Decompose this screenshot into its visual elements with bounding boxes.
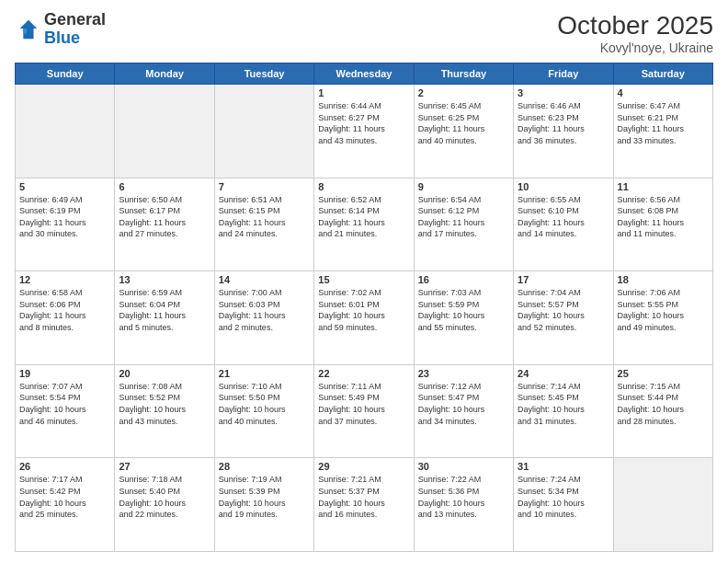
day-cell-20: 20Sunrise: 7:08 AM Sunset: 5:52 PM Dayli…	[115, 364, 214, 458]
day-number: 19	[19, 368, 110, 379]
week-row-0: 1Sunrise: 6:44 AM Sunset: 6:27 PM Daylig…	[16, 85, 713, 178]
empty-cell	[214, 85, 313, 178]
day-info: Sunrise: 6:58 AM Sunset: 6:06 PM Dayligh…	[19, 287, 110, 333]
day-cell-22: 22Sunrise: 7:11 AM Sunset: 5:49 PM Dayli…	[314, 364, 414, 458]
day-number: 30	[418, 461, 509, 472]
day-number: 17	[518, 274, 609, 285]
day-info: Sunrise: 7:07 AM Sunset: 5:54 PM Dayligh…	[19, 381, 110, 427]
week-row-2: 12Sunrise: 6:58 AM Sunset: 6:06 PM Dayli…	[16, 271, 713, 365]
day-cell-9: 9Sunrise: 6:54 AM Sunset: 6:12 PM Daylig…	[414, 178, 513, 271]
day-cell-8: 8Sunrise: 6:52 AM Sunset: 6:14 PM Daylig…	[314, 178, 414, 271]
day-header-monday: Monday	[115, 63, 214, 85]
day-cell-6: 6Sunrise: 6:50 AM Sunset: 6:17 PM Daylig…	[115, 178, 214, 271]
logo-general-text: General	[44, 10, 106, 29]
day-number: 7	[219, 181, 310, 192]
day-info: Sunrise: 6:49 AM Sunset: 6:19 PM Dayligh…	[19, 194, 110, 240]
day-info: Sunrise: 6:55 AM Sunset: 6:10 PM Dayligh…	[518, 194, 609, 240]
day-info: Sunrise: 6:45 AM Sunset: 6:25 PM Dayligh…	[418, 100, 509, 146]
day-number: 26	[19, 461, 110, 472]
day-info: Sunrise: 6:54 AM Sunset: 6:12 PM Dayligh…	[418, 194, 509, 240]
day-info: Sunrise: 7:02 AM Sunset: 6:01 PM Dayligh…	[318, 287, 409, 333]
day-number: 18	[618, 274, 709, 285]
day-number: 25	[618, 368, 709, 379]
day-header-tuesday: Tuesday	[214, 63, 313, 85]
page: General Blue October 2025 Kovyl'noye, Uk…	[0, 0, 728, 563]
header: General Blue October 2025 Kovyl'noye, Uk…	[15, 11, 713, 55]
day-info: Sunrise: 7:18 AM Sunset: 5:40 PM Dayligh…	[119, 474, 210, 520]
day-cell-21: 21Sunrise: 7:10 AM Sunset: 5:50 PM Dayli…	[214, 364, 313, 458]
location: Kovyl'noye, Ukraine	[557, 40, 713, 55]
day-cell-16: 16Sunrise: 7:03 AM Sunset: 5:59 PM Dayli…	[414, 271, 513, 365]
day-number: 31	[518, 461, 609, 472]
day-number: 24	[518, 368, 609, 379]
day-number: 1	[318, 87, 409, 98]
day-number: 4	[618, 87, 709, 98]
day-number: 5	[19, 181, 110, 192]
logo-text: General Blue	[44, 11, 106, 48]
week-row-4: 26Sunrise: 7:17 AM Sunset: 5:42 PM Dayli…	[16, 458, 713, 552]
svg-rect-1	[23, 29, 27, 34]
day-number: 12	[19, 274, 110, 285]
day-info: Sunrise: 6:51 AM Sunset: 6:15 PM Dayligh…	[219, 194, 310, 240]
day-info: Sunrise: 6:44 AM Sunset: 6:27 PM Dayligh…	[318, 100, 409, 146]
day-info: Sunrise: 7:22 AM Sunset: 5:36 PM Dayligh…	[418, 474, 509, 520]
day-cell-1: 1Sunrise: 6:44 AM Sunset: 6:27 PM Daylig…	[314, 85, 414, 178]
day-cell-11: 11Sunrise: 6:56 AM Sunset: 6:08 PM Dayli…	[613, 178, 712, 271]
day-header-saturday: Saturday	[613, 63, 712, 85]
day-cell-14: 14Sunrise: 7:00 AM Sunset: 6:03 PM Dayli…	[214, 271, 313, 365]
day-number: 13	[119, 274, 210, 285]
logo-icon	[15, 17, 40, 42]
day-info: Sunrise: 6:50 AM Sunset: 6:17 PM Dayligh…	[119, 194, 210, 240]
day-info: Sunrise: 7:19 AM Sunset: 5:39 PM Dayligh…	[219, 474, 310, 520]
day-header-row: SundayMondayTuesdayWednesdayThursdayFrid…	[16, 63, 713, 85]
empty-cell	[16, 85, 115, 178]
day-header-wednesday: Wednesday	[314, 63, 414, 85]
day-cell-26: 26Sunrise: 7:17 AM Sunset: 5:42 PM Dayli…	[16, 458, 115, 552]
day-cell-15: 15Sunrise: 7:02 AM Sunset: 6:01 PM Dayli…	[314, 271, 414, 365]
day-header-friday: Friday	[514, 63, 613, 85]
day-info: Sunrise: 7:04 AM Sunset: 5:57 PM Dayligh…	[518, 287, 609, 333]
day-info: Sunrise: 7:10 AM Sunset: 5:50 PM Dayligh…	[219, 381, 310, 427]
day-number: 8	[318, 181, 409, 192]
logo: General Blue	[15, 11, 106, 48]
day-cell-13: 13Sunrise: 6:59 AM Sunset: 6:04 PM Dayli…	[115, 271, 214, 365]
empty-cell	[115, 85, 214, 178]
day-header-sunday: Sunday	[16, 63, 115, 85]
day-cell-30: 30Sunrise: 7:22 AM Sunset: 5:36 PM Dayli…	[414, 458, 513, 552]
day-info: Sunrise: 6:47 AM Sunset: 6:21 PM Dayligh…	[618, 100, 709, 146]
day-cell-31: 31Sunrise: 7:24 AM Sunset: 5:34 PM Dayli…	[514, 458, 613, 552]
day-number: 21	[219, 368, 310, 379]
day-info: Sunrise: 7:06 AM Sunset: 5:55 PM Dayligh…	[618, 287, 709, 333]
day-number: 16	[418, 274, 509, 285]
day-cell-12: 12Sunrise: 6:58 AM Sunset: 6:06 PM Dayli…	[16, 271, 115, 365]
day-info: Sunrise: 7:03 AM Sunset: 5:59 PM Dayligh…	[418, 287, 509, 333]
day-cell-25: 25Sunrise: 7:15 AM Sunset: 5:44 PM Dayli…	[613, 364, 712, 458]
day-cell-18: 18Sunrise: 7:06 AM Sunset: 5:55 PM Dayli…	[613, 271, 712, 365]
day-cell-19: 19Sunrise: 7:07 AM Sunset: 5:54 PM Dayli…	[16, 364, 115, 458]
week-row-3: 19Sunrise: 7:07 AM Sunset: 5:54 PM Dayli…	[16, 364, 713, 458]
day-info: Sunrise: 6:46 AM Sunset: 6:23 PM Dayligh…	[518, 100, 609, 146]
day-number: 27	[119, 461, 210, 472]
day-cell-3: 3Sunrise: 6:46 AM Sunset: 6:23 PM Daylig…	[514, 85, 613, 178]
calendar-table: SundayMondayTuesdayWednesdayThursdayFrid…	[15, 63, 713, 552]
day-number: 29	[318, 461, 409, 472]
day-info: Sunrise: 7:21 AM Sunset: 5:37 PM Dayligh…	[318, 474, 409, 520]
day-info: Sunrise: 6:52 AM Sunset: 6:14 PM Dayligh…	[318, 194, 409, 240]
day-info: Sunrise: 7:08 AM Sunset: 5:52 PM Dayligh…	[119, 381, 210, 427]
day-info: Sunrise: 7:15 AM Sunset: 5:44 PM Dayligh…	[618, 381, 709, 427]
day-info: Sunrise: 7:11 AM Sunset: 5:49 PM Dayligh…	[318, 381, 409, 427]
day-cell-28: 28Sunrise: 7:19 AM Sunset: 5:39 PM Dayli…	[214, 458, 313, 552]
logo-blue-text: Blue	[44, 29, 80, 47]
day-info: Sunrise: 6:56 AM Sunset: 6:08 PM Dayligh…	[618, 194, 709, 240]
day-number: 10	[518, 181, 609, 192]
day-info: Sunrise: 7:12 AM Sunset: 5:47 PM Dayligh…	[418, 381, 509, 427]
day-info: Sunrise: 7:24 AM Sunset: 5:34 PM Dayligh…	[518, 474, 609, 520]
day-number: 22	[318, 368, 409, 379]
day-cell-17: 17Sunrise: 7:04 AM Sunset: 5:57 PM Dayli…	[514, 271, 613, 365]
day-cell-2: 2Sunrise: 6:45 AM Sunset: 6:25 PM Daylig…	[414, 85, 513, 178]
day-number: 3	[518, 87, 609, 98]
day-number: 15	[318, 274, 409, 285]
day-cell-7: 7Sunrise: 6:51 AM Sunset: 6:15 PM Daylig…	[214, 178, 313, 271]
day-cell-24: 24Sunrise: 7:14 AM Sunset: 5:45 PM Dayli…	[514, 364, 613, 458]
month-title: October 2025	[557, 11, 713, 40]
